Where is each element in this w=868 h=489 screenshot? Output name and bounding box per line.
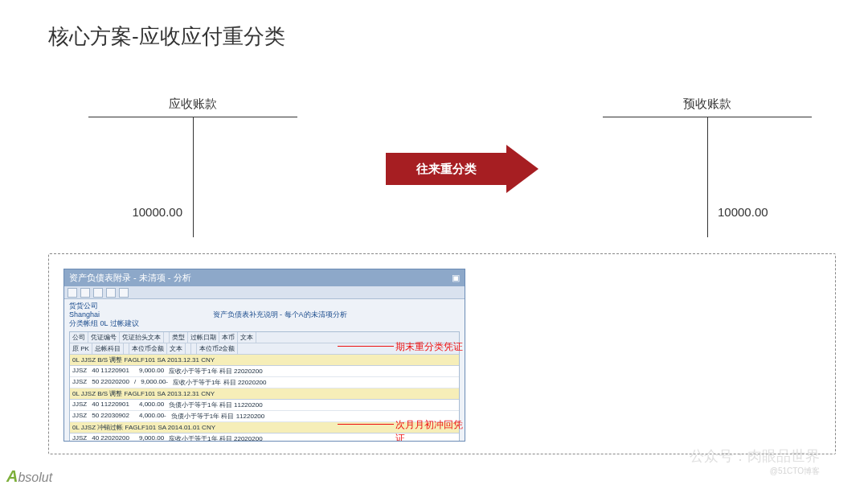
cell: JJSZ — [70, 434, 89, 442]
col-header: 本位币2金额 — [197, 343, 238, 354]
t-account-right-value: 10000.00 — [718, 205, 768, 219]
table-row: JJSZ40 112209014,000.00负债小于等于1年 科目 11220… — [70, 400, 459, 411]
cell: JJSZ — [70, 366, 89, 376]
t-shape-left: 10000.00 — [88, 117, 297, 237]
arrow-head-icon — [506, 145, 538, 193]
sap-tb-btn[interactable] — [106, 288, 116, 298]
t-account-right: 预收账款 10000.00 — [603, 97, 812, 237]
sap-tb-btn[interactable] — [119, 288, 129, 298]
cell: 9,000.00 — [137, 434, 166, 442]
watermark-sub: @51CTO博客 — [690, 466, 820, 477]
col-header — [186, 343, 191, 354]
col-header: 本位币金额 — [129, 343, 167, 354]
t-account-right-label: 预收账款 — [603, 97, 812, 112]
cell: 应收小于等于1年 科目 22020200 — [170, 377, 269, 388]
sap-toolbar — [64, 286, 465, 299]
table-row: JJSZ40 112209019,000.00应收小于等于1年 科目 22020… — [70, 366, 459, 377]
cell: 9,000.00 — [137, 366, 166, 376]
detail-box: 资产负债表附录 - 未清项 - 分析 ▣ 货货公司 Shanghai 资产负债表… — [48, 253, 836, 454]
logo-letter: A — [6, 467, 18, 485]
sap-window-icon: ▣ — [452, 273, 460, 283]
arrow: 往来重分类 — [386, 145, 538, 193]
cell: JJSZ — [70, 400, 89, 410]
sap-tb-btn[interactable] — [93, 288, 103, 298]
t-account-left: 应收账款 10000.00 — [88, 97, 297, 237]
cell: 4,000.00 — [137, 400, 166, 410]
sap-tb-btn[interactable] — [68, 288, 77, 298]
sap-window-titlebar: 资产负债表附录 - 未清项 - 分析 ▣ — [64, 269, 465, 286]
col-header — [164, 332, 170, 343]
arrow-body: 往来重分类 — [386, 153, 506, 185]
cell: 50 22030902 — [89, 411, 132, 421]
col-header: 公司 — [70, 332, 88, 343]
cell: 应收小于等于1年 科目 22020200 — [166, 434, 265, 442]
col-header: 凭证抬头文本 — [120, 332, 164, 343]
cell: JJSZ — [70, 377, 89, 388]
annotation-2: 次月月初冲回凭证 — [395, 418, 465, 442]
sap-screenshot: 资产负债表附录 - 未清项 - 分析 ▣ 货货公司 Shanghai 资产负债表… — [63, 269, 465, 442]
col-header — [191, 343, 197, 354]
sap-company: Shanghai — [69, 310, 100, 319]
sap-meta: 货货公司 Shanghai 资产负债表补充说明 - 每个A的未清项分析 分类帐组… — [64, 299, 465, 330]
cell: 40 11220901 — [89, 400, 132, 410]
sap-group-header: 0L JJSZ B/S 调整 FAGLF101 SA 2013.12.31 CN… — [70, 355, 459, 366]
table-row: JJSZ50 22020200/9,000.00-应收小于等于1年 科目 220… — [70, 377, 459, 388]
cell: 负债小于等于1年 科目 11220200 — [166, 400, 265, 410]
sap-company-label: 货货公司 — [69, 302, 460, 310]
watermark-main: 公众号：肉眼品世界 — [690, 448, 820, 464]
sap-group-header: 0L JJSZ B/S 调整 FAGLF101 SA 2013.12.31 CN… — [70, 388, 459, 400]
col-header: 原 PK — [70, 343, 92, 354]
watermark: 公众号：肉眼品世界 @51CTO博客 — [690, 446, 820, 477]
footer-logo: Absolut — [6, 467, 52, 486]
arrow-label: 往来重分类 — [416, 162, 477, 177]
col-header: 凭证编号 — [88, 332, 120, 343]
cell: 40 11220901 — [89, 366, 132, 376]
t-account-left-value: 10000.00 — [132, 205, 182, 219]
annotation-1: 期末重分类凭证 — [395, 340, 463, 354]
col-header: 过帐日期 — [188, 332, 219, 343]
t-shape-right: 10000.00 — [603, 117, 812, 237]
sap-tb-btn[interactable] — [80, 288, 90, 298]
cell: JJSZ — [70, 411, 89, 421]
col-header: 文本 — [238, 332, 256, 343]
col-header: 文本 — [167, 343, 186, 354]
col-header: 本币 — [219, 332, 238, 343]
sap-sort: 分类帐组 0L 过帐建议 — [69, 319, 460, 328]
col-header — [124, 343, 129, 354]
cell: / — [132, 377, 138, 388]
t-account-left-label: 应收账款 — [88, 97, 297, 112]
col-header: 总帐科目 — [92, 343, 124, 354]
sap-window-title: 资产负债表附录 - 未清项 - 分析 — [69, 272, 191, 284]
col-header: 类型 — [170, 332, 188, 343]
sap-subtitle: 资产负债表补充说明 - 每个A的未清项分析 — [213, 310, 347, 319]
cell: 40 22020200 — [89, 434, 132, 442]
cell: 9,000.00- — [138, 377, 170, 388]
cell: 负债小于等于1年 科目 11220200 — [169, 411, 268, 421]
cell: 50 22020200 — [89, 377, 132, 388]
annotation-line — [338, 424, 394, 425]
logo-text: bsolut — [18, 471, 52, 484]
page-title: 核心方案-应收应付重分类 — [48, 23, 285, 51]
cell: 应收小于等于1年 科目 22020200 — [166, 366, 265, 376]
cell: 4,000.00- — [137, 411, 169, 421]
annotation-line — [338, 346, 394, 347]
